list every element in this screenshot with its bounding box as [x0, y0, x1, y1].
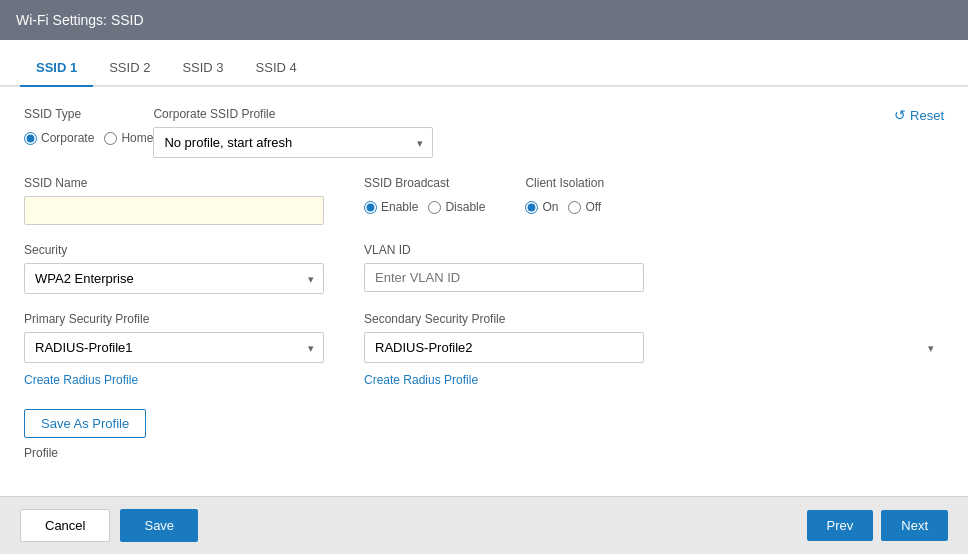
bottom-right-buttons: Prev Next: [807, 510, 948, 541]
reset-label: Reset: [910, 108, 944, 123]
title-text: Wi-Fi Settings: SSID: [16, 12, 144, 28]
tab-ssid2[interactable]: SSID 2: [93, 50, 166, 87]
bottom-left-buttons: Cancel Save: [20, 509, 198, 542]
ssid-broadcast-disable-label: Disable: [445, 200, 485, 214]
client-isolation-label: Client Isolation: [525, 176, 604, 190]
ssid-type-corporate-input[interactable]: [24, 132, 37, 145]
secondary-profile-select[interactable]: RADIUS-Profile2 RADIUS-Profile1: [364, 332, 644, 363]
primary-profile-select-wrapper: RADIUS-Profile1 RADIUS-Profile2 ▾: [24, 332, 324, 363]
ssid-broadcast-disable-radio[interactable]: Disable: [428, 200, 485, 214]
tabs-container: SSID 1 SSID 2 SSID 3 SSID 4: [0, 50, 968, 87]
client-isolation-on-radio[interactable]: On: [525, 200, 558, 214]
ssid-type-home-label: Home: [121, 131, 153, 145]
ssid-broadcast-enable-radio[interactable]: Enable: [364, 200, 418, 214]
corporate-ssid-profile-group: Corporate SSID Profile No profile, start…: [153, 107, 433, 158]
main-content: SSID 1 SSID 2 SSID 3 SSID 4 SSID Type Co…: [0, 40, 968, 496]
bottom-bar: Cancel Save Prev Next: [0, 496, 968, 554]
corporate-profile-select[interactable]: No profile, start afresh: [153, 127, 433, 158]
secondary-security-profile-label: Secondary Security Profile: [364, 312, 944, 326]
ssid-broadcast-enable-input[interactable]: [364, 201, 377, 214]
security-label: Security: [24, 243, 324, 257]
ssid-name-group: SSID Name SSID1: [24, 176, 324, 225]
client-isolation-group: Client Isolation On Off: [525, 176, 604, 214]
ssid-type-label: SSID Type: [24, 107, 153, 121]
tab-ssid1[interactable]: SSID 1: [20, 50, 93, 87]
reset-button[interactable]: ↺ Reset: [894, 107, 944, 123]
ssid-type-home-input[interactable]: [104, 132, 117, 145]
next-button[interactable]: Next: [881, 510, 948, 541]
ssid-broadcast-disable-input[interactable]: [428, 201, 441, 214]
ssid-type-corporate-radio[interactable]: Corporate: [24, 131, 94, 145]
corporate-profile-select-wrapper: No profile, start afresh ▾: [153, 127, 433, 158]
vlan-id-input[interactable]: [364, 263, 644, 292]
client-isolation-off-label: Off: [585, 200, 601, 214]
secondary-profile-chevron-icon: ▾: [928, 341, 934, 354]
client-isolation-off-radio[interactable]: Off: [568, 200, 601, 214]
secondary-profile-select-wrapper: RADIUS-Profile2 RADIUS-Profile1 ▾: [364, 332, 944, 363]
security-select-wrapper: WPA2 Enterprise WPA2 Personal Open WPA3 …: [24, 263, 324, 294]
reset-icon: ↺: [894, 107, 906, 123]
row-security-profiles: Primary Security Profile RADIUS-Profile1…: [24, 312, 944, 387]
title-bar: Wi-Fi Settings: SSID: [0, 0, 968, 40]
row-security: Security WPA2 Enterprise WPA2 Personal O…: [24, 243, 944, 294]
prev-button[interactable]: Prev: [807, 510, 874, 541]
form-area: SSID Type Corporate Home Corporate SSID …: [0, 87, 968, 496]
save-as-profile-button[interactable]: Save As Profile: [24, 409, 146, 438]
client-isolation-on-label: On: [542, 200, 558, 214]
create-radius-profile-primary-link[interactable]: Create Radius Profile: [24, 373, 324, 387]
security-group: Security WPA2 Enterprise WPA2 Personal O…: [24, 243, 324, 294]
vlan-id-label: VLAN ID: [364, 243, 944, 257]
ssid-type-radios: Corporate Home: [24, 131, 153, 145]
ssid-name-input[interactable]: SSID1: [24, 196, 324, 225]
primary-profile-select[interactable]: RADIUS-Profile1 RADIUS-Profile2: [24, 332, 324, 363]
client-isolation-on-input[interactable]: [525, 201, 538, 214]
ssid-type-home-radio[interactable]: Home: [104, 131, 153, 145]
ssid-broadcast-label: SSID Broadcast: [364, 176, 485, 190]
row-ssid-type: SSID Type Corporate Home Corporate SSID …: [24, 107, 944, 158]
client-isolation-radios: On Off: [525, 200, 604, 214]
tab-ssid3[interactable]: SSID 3: [166, 50, 239, 87]
client-isolation-off-input[interactable]: [568, 201, 581, 214]
primary-security-profile-group: Primary Security Profile RADIUS-Profile1…: [24, 312, 324, 387]
ssid-type-group: SSID Type Corporate Home: [24, 107, 153, 145]
vlan-id-group: VLAN ID: [364, 243, 944, 292]
save-button[interactable]: Save: [120, 509, 198, 542]
corporate-ssid-profile-label: Corporate SSID Profile: [153, 107, 433, 121]
primary-security-profile-label: Primary Security Profile: [24, 312, 324, 326]
row-ssid-name: SSID Name SSID1 SSID Broadcast Enable Di…: [24, 176, 944, 225]
row-save-profile: Save As Profile Profile: [24, 405, 944, 460]
cancel-button[interactable]: Cancel: [20, 509, 110, 542]
ssid-broadcast-enable-label: Enable: [381, 200, 418, 214]
ssid-type-corporate-label: Corporate: [41, 131, 94, 145]
tab-ssid4[interactable]: SSID 4: [240, 50, 313, 87]
create-radius-profile-secondary-link[interactable]: Create Radius Profile: [364, 373, 944, 387]
security-select[interactable]: WPA2 Enterprise WPA2 Personal Open WPA3 …: [24, 263, 324, 294]
profile-label: Profile: [24, 446, 146, 460]
secondary-security-profile-group: Secondary Security Profile RADIUS-Profil…: [364, 312, 944, 387]
ssid-broadcast-group: SSID Broadcast Enable Disable: [364, 176, 485, 214]
ssid-name-label: SSID Name: [24, 176, 324, 190]
ssid-broadcast-radios: Enable Disable: [364, 200, 485, 214]
